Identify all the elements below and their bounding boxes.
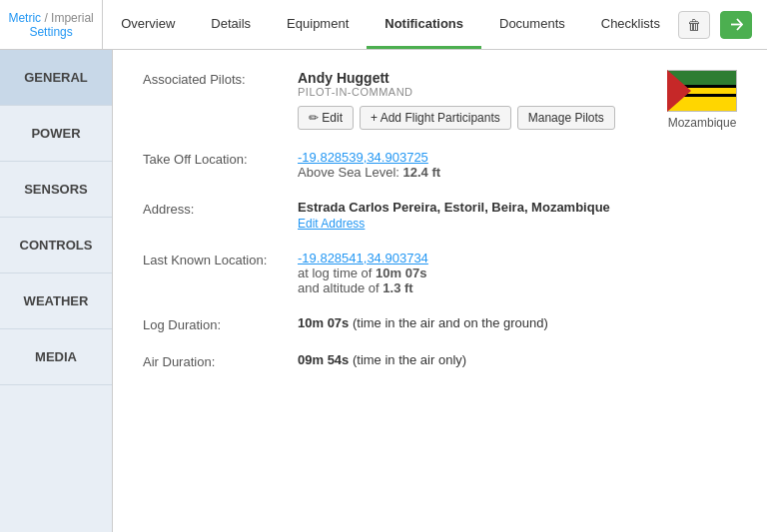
log-duration-label: Log Duration: [143, 315, 298, 332]
unit-settings: Metric / Imperial Settings [0, 0, 103, 49]
address-row: Address: Estrada Carlos Pereira, Estoril… [143, 200, 737, 231]
air-duration-time: 09m 54s [298, 352, 349, 367]
air-duration-value: 09m 54s (time in the air only) [298, 352, 737, 367]
nav-tabs: Overview Details Equipment Notifications… [103, 0, 678, 49]
tab-details[interactable]: Details [193, 0, 269, 49]
last-known-altitude: and altitude of 1.3 ft [298, 280, 737, 295]
edit-pilot-button[interactable]: ✏ Edit [298, 106, 354, 130]
air-duration-row: Air Duration: 09m 54s (time in the air o… [143, 352, 737, 369]
takeoff-coords-link[interactable]: -19.828539,34.903725 [298, 150, 428, 165]
last-known-location-value: -19.828541,34.903734 at log time of 10m … [298, 251, 737, 295]
nav-action-icons: 🗑 [678, 11, 767, 39]
address-label: Address: [143, 200, 298, 217]
sidebar-item-media[interactable]: MEDIA [0, 329, 112, 385]
associated-pilots-label: Associated Pilots: [143, 70, 298, 87]
main-layout: GENERAL POWER SENSORS CONTROLS WEATHER M… [0, 50, 767, 532]
delete-button[interactable]: 🗑 [678, 11, 710, 39]
tab-checklists[interactable]: Checklists [583, 0, 678, 49]
imperial-link[interactable]: Imperial [51, 11, 94, 25]
country-name: Mozambique [667, 116, 737, 130]
content-area: Mozambique Associated Pilots: Andy Hugge… [113, 50, 767, 532]
sidebar-item-general[interactable]: GENERAL [0, 50, 112, 106]
share-button[interactable] [720, 11, 752, 39]
settings-link[interactable]: Settings [29, 25, 72, 39]
sidebar: GENERAL POWER SENSORS CONTROLS WEATHER M… [0, 50, 113, 532]
mozambique-flag [667, 70, 737, 112]
metric-link[interactable]: Metric [8, 11, 41, 25]
tab-documents[interactable]: Documents [481, 0, 583, 49]
log-duration-value: 10m 07s (time in the air and on the grou… [298, 315, 737, 330]
last-known-log-time: at log time of 10m 07s [298, 266, 737, 280]
sidebar-item-power[interactable]: POWER [0, 106, 112, 162]
address-text: Estrada Carlos Pereira, Estoril, Beira, … [298, 200, 737, 215]
top-navigation: Metric / Imperial Settings Overview Deta… [0, 0, 767, 50]
sidebar-item-controls[interactable]: CONTROLS [0, 218, 112, 273]
takeoff-location-label: Take Off Location: [143, 150, 298, 167]
air-duration-label: Air Duration: [143, 352, 298, 369]
tab-overview[interactable]: Overview [103, 0, 193, 49]
takeoff-location-row: Take Off Location: -19.828539,34.903725 … [143, 150, 737, 180]
sidebar-item-sensors[interactable]: SENSORS [0, 162, 112, 218]
takeoff-location-value: -19.828539,34.903725 Above Sea Level: 12… [298, 150, 737, 180]
tab-equipment[interactable]: Equipment [269, 0, 367, 49]
log-duration-time: 10m 07s [298, 315, 349, 330]
add-flight-participants-button[interactable]: + Add Flight Participants [360, 106, 511, 130]
takeoff-altitude: Above Sea Level: 12.4 ft [298, 165, 737, 180]
flag-container: Mozambique [667, 70, 737, 130]
edit-address-link[interactable]: Edit Address [298, 217, 737, 231]
manage-pilots-button[interactable]: Manage Pilots [517, 106, 615, 130]
tab-notifications[interactable]: Notifications [367, 0, 481, 49]
last-known-location-row: Last Known Location: -19.828541,34.90373… [143, 251, 737, 295]
last-known-coords-link[interactable]: -19.828541,34.903734 [298, 251, 428, 266]
address-value: Estrada Carlos Pereira, Estoril, Beira, … [298, 200, 737, 231]
last-known-location-label: Last Known Location: [143, 251, 298, 267]
flag-red-triangle [667, 70, 691, 112]
sidebar-item-weather[interactable]: WEATHER [0, 273, 112, 329]
log-duration-row: Log Duration: 10m 07s (time in the air a… [143, 315, 737, 332]
associated-pilots-row: Associated Pilots: Andy Huggett PILOT-IN… [143, 70, 737, 130]
